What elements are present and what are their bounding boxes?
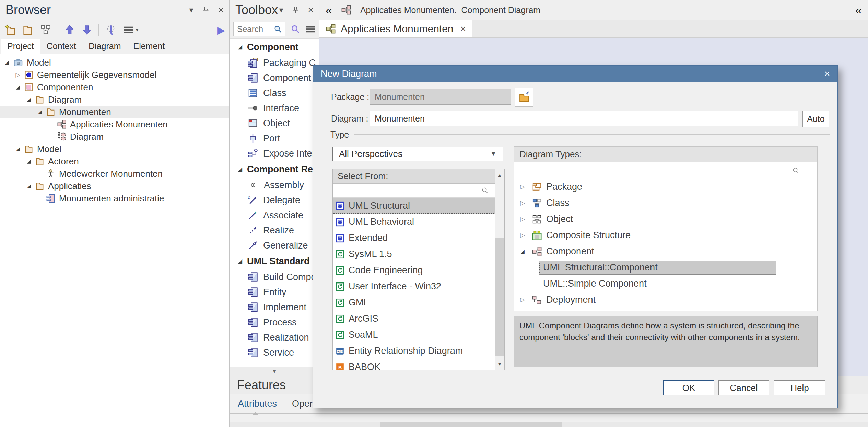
new-package-icon[interactable] [4,24,16,36]
toolbox-item-expose-interface[interactable]: Expose Interf... [230,146,319,161]
tree-node-model-package[interactable]: ◢ Model [0,143,229,155]
collapse-icon[interactable]: ▷ [517,296,528,303]
toolbox-item-service[interactable]: Service [230,345,319,360]
expand-icon[interactable]: ◢ [24,96,34,103]
perspective-item-erd[interactable]: Entity Relationship Diagram [333,343,504,359]
toolbox-item-realize[interactable]: Realize [230,223,319,238]
vertical-scrollbar[interactable]: ▲ ▼ [495,169,504,370]
perspective-item-gml[interactable]: GML [333,295,504,311]
toolbox-item-interface[interactable]: Interface [230,101,319,116]
toolbox-search-input[interactable] [236,24,273,34]
folder-icon[interactable] [22,24,34,36]
collapse-icon[interactable]: ▷ [13,71,23,79]
tab-close-icon[interactable]: × [460,23,466,34]
expand-icon[interactable]: ◢ [2,59,12,66]
move-down-icon[interactable] [81,24,92,35]
browser-close-icon[interactable]: × [218,5,224,15]
cancel-button[interactable]: Cancel [718,380,769,395]
toolbox-item-packaging-component[interactable]: Packaging C... [230,55,319,70]
toolbox-item-assembly[interactable]: Assembly [230,177,319,193]
expand-icon[interactable]: ◢ [13,146,23,152]
find-toolbox-item-icon[interactable] [290,24,301,34]
dialog-close-icon[interactable]: × [824,68,830,79]
perspective-item-extended[interactable]: Extended [333,230,504,246]
new-diagram-icon[interactable] [40,24,51,36]
horizontal-scrollbar[interactable] [230,422,868,427]
features-tab-attributes[interactable]: Attributes [238,399,277,409]
expand-icon[interactable]: ◢ [24,158,34,164]
collapse-icon[interactable]: ▷ [517,232,528,239]
perspective-item-babok[interactable]: BABOK [333,359,504,370]
perspective-item-code-engineering[interactable]: Code Engineering [333,262,504,278]
auto-button[interactable]: Auto [802,111,829,127]
diagram-type-object[interactable]: ▷ Object [514,211,817,227]
collapse-icon[interactable]: ▷ [517,183,528,191]
tree-node-diagram-package[interactable]: ◢ Diagram [0,93,229,106]
expand-icon[interactable]: ◢ [24,183,34,189]
help-button[interactable]: Help [774,380,825,395]
perspective-item-sysml[interactable]: SysML 1.5 [333,246,504,262]
toolbox-item-implement[interactable]: Implement [230,300,319,315]
toolbox-item-delegate[interactable]: Delegate [230,193,319,208]
chevron-left-icon-right[interactable]: « [855,4,862,16]
perspective-select[interactable]: All Perspectives ▼ [332,147,503,161]
diagram-type-class[interactable]: ▷ Class [514,195,817,211]
toolbox-item-class[interactable]: Class [230,85,319,101]
perspective-item-uml-structural[interactable]: UML Structural [333,198,504,214]
diagram-type-composite-structure[interactable]: ▷ Composite Structure [514,227,817,243]
tree-node-applicaties[interactable]: ◢ Applicaties [0,180,229,192]
toolbox-item-component[interactable]: Component [230,70,319,85]
toolbox-section-uml-standard-profile[interactable]: ◢ UML Standard Profile [230,253,319,269]
scrollbar-thumb[interactable] [380,422,562,427]
toolbox-item-associate[interactable]: Associate [230,208,319,223]
perspective-item-soaml[interactable]: SoaML [333,327,504,343]
toolbox-item-generalize[interactable]: Generalize [230,238,319,253]
toolbox-section-component[interactable]: ◢ Component [230,39,319,55]
tab-applicaties-monumenten[interactable]: Applicaties Monumenten × [319,20,472,37]
select-package-button[interactable] [515,88,533,107]
browser-tab-diagram[interactable]: Diagram [82,39,127,54]
toolbox-dropdown-icon[interactable]: ▾ [279,6,283,14]
hamburger-menu-button[interactable]: ▾ [123,24,138,35]
ok-button[interactable]: OK [663,380,714,395]
locate-icon[interactable] [105,24,117,36]
tree-node-componenten[interactable]: ◢ Componenten [0,81,229,93]
browser-dropdown-icon[interactable]: ▾ [189,6,193,14]
select-from-search[interactable] [333,184,504,198]
tree-node-monumenten-administratie[interactable]: Monumenten administratie [0,192,229,205]
diagram-types-search[interactable] [514,162,817,179]
expand-icon[interactable]: ◢ [13,84,23,90]
move-up-icon[interactable] [64,24,75,35]
expand-icon[interactable]: ◢ [517,249,528,255]
browser-pin-icon[interactable] [202,6,210,14]
tree-node-model-root[interactable]: ◢ Model [0,56,229,69]
toolbox-item-process[interactable]: Process [230,315,319,330]
tree-node-monumenten[interactable]: ◢ Monumenten [0,106,229,118]
toolbox-item-port[interactable]: Port [230,131,319,146]
collapse-icon[interactable]: ▷ [517,216,528,223]
browser-tab-element[interactable]: Element [127,39,171,54]
chevron-left-icon[interactable]: « [326,4,332,16]
scroll-down-icon[interactable]: ▼ [495,358,504,370]
expand-icon[interactable]: ◢ [35,109,45,115]
scroll-up-icon[interactable]: ▲ [495,169,504,181]
browser-tab-context[interactable]: Context [40,39,82,54]
diagram-type-component[interactable]: ◢ Component [514,243,817,259]
toolbox-item-build-component[interactable]: Build Compo... [230,269,319,285]
tree-node-applicaties-monumenten[interactable]: Applicaties Monumenten [0,118,229,130]
diagram-type-deployment[interactable]: ▷ Deployment [514,292,817,308]
diagram-type-uml-structural-component[interactable]: UML Structural::Component [514,259,817,276]
toolbox-item-object[interactable]: Object [230,116,319,131]
tree-node-actoren[interactable]: ◢ Actoren [0,155,229,168]
toolbox-scroll-down[interactable]: ▼ [230,367,319,376]
toolbox-pin-icon[interactable] [292,6,300,14]
diagram-type-uml-simple-component[interactable]: UML::Simple Component [514,276,817,292]
toolbox-close-icon[interactable]: × [308,5,314,15]
collapse-panel-icon[interactable]: ▶ [217,24,225,36]
perspective-item-arcgis[interactable]: ArcGIS [333,311,504,327]
perspective-item-user-interface-win32[interactable]: User Interface - Win32 [333,278,504,295]
toolbox-menu-icon[interactable] [305,24,316,34]
browser-tab-project[interactable]: Project [1,39,40,54]
toolbox-section-component-relations[interactable]: ◢ Component Relations [230,161,319,177]
diagram-name-field[interactable] [370,111,798,126]
